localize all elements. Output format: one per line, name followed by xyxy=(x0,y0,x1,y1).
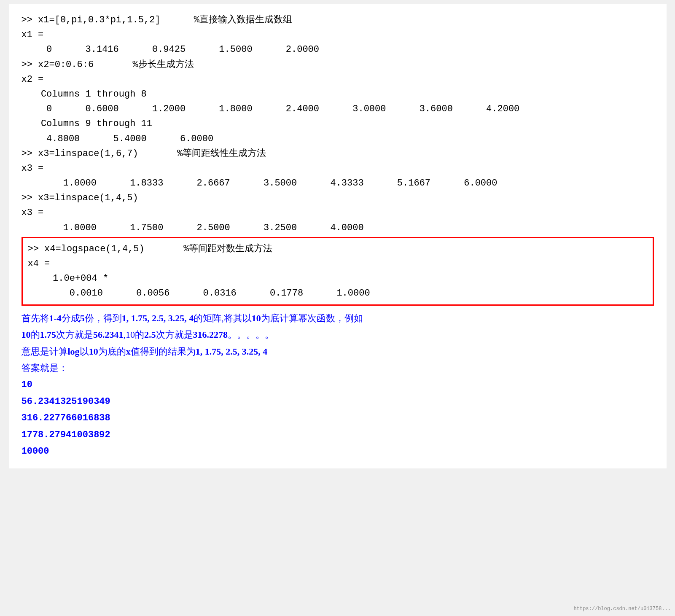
answer-1778: 1778.27941003892 xyxy=(22,427,654,444)
x3-values-2: 1.0000 1.7500 2.5000 3.2500 4.0000 xyxy=(22,221,654,235)
cmd-x4: >> x4=logspace(1,4,5) %等间距对数生成方法 xyxy=(28,242,648,256)
bold-5: 5 xyxy=(80,313,85,323)
cmd-x3-1: >> x3=linspace(1,6,7) %等间距线性生成方法 xyxy=(22,146,654,161)
x2-equals: x2 = xyxy=(22,72,654,87)
bold-result-values: 1, 1.75, 2.5, 3.25, 4 xyxy=(196,346,268,357)
x3-equals-1: x3 = xyxy=(22,161,654,176)
bold-10: 10 xyxy=(252,313,261,323)
x1-values: 0 3.1416 0.9425 1.5000 2.0000 xyxy=(22,42,654,57)
explanation-line4: 答案就是： xyxy=(22,360,654,377)
x4-equals: x4 = xyxy=(28,256,648,271)
answer-10000: 10000 xyxy=(22,443,654,460)
bold-values: 1, 1.75, 2.5, 3.25, 4 xyxy=(122,313,194,323)
explanation-line1: 首先将1-4分成5份，得到1, 1.75, 2.5, 3.25, 4的矩阵,将其… xyxy=(22,310,654,327)
x4-values: 0.0010 0.0056 0.0316 0.1778 1.0000 xyxy=(28,286,648,301)
bold-316: 316.2278 xyxy=(193,329,228,340)
bold-1-4: 1-4 xyxy=(49,313,62,323)
bold-1-75: 1.75 xyxy=(40,329,56,340)
explanation-section: 首先将1-4分成5份，得到1, 1.75, 2.5, 3.25, 4的矩阵,将其… xyxy=(22,310,654,460)
answer-316: 316.227766016838 xyxy=(22,410,654,427)
x3-equals-2: x3 = xyxy=(22,205,654,220)
x2-values-2: 4.8000 5.4000 6.0000 xyxy=(22,132,654,146)
bold-x: x xyxy=(126,346,131,357)
bold-2-5: 2.5 xyxy=(144,329,156,340)
cmd-x1: >> x1=[0,pi,0.3*pi,1.5,2] %直接输入数据生成数组 xyxy=(22,13,654,27)
x4-highlighted-block: >> x4=logspace(1,4,5) %等间距对数生成方法 x4 = 1.… xyxy=(22,237,654,306)
answer-56: 56.2341325190349 xyxy=(22,393,654,410)
x2-cols2-header: Columns 9 through 11 xyxy=(22,116,654,131)
x2-values-1: 0 0.6000 1.2000 1.8000 2.4000 3.0000 3.6… xyxy=(22,102,654,116)
watermark: https://blog.csdn.net/u013758... xyxy=(574,606,671,612)
cmd-x2: >> x2=0:0.6:6 %步长生成方法 xyxy=(22,57,654,72)
answer-10: 10 xyxy=(22,377,654,393)
explanation-line3: 意思是计算log以10为底的x值得到的结果为1, 1.75, 2.5, 3.25… xyxy=(22,343,654,360)
main-container: >> x1=[0,pi,0.3*pi,1.5,2] %直接输入数据生成数组 x1… xyxy=(9,4,667,468)
x1-equals: x1 = xyxy=(22,27,654,42)
explanation-line2: 10的1.75次方就是56.2341,10的2.5次方就是316.2278。。。… xyxy=(22,326,654,343)
bold-log: log xyxy=(68,346,80,357)
x2-cols1-header: Columns 1 through 8 xyxy=(22,87,654,102)
bold-10-3: 10 xyxy=(89,346,98,357)
bold-56: 56.2341 xyxy=(93,329,124,340)
x3-values-1: 1.0000 1.8333 2.6667 3.5000 4.3333 5.166… xyxy=(22,176,654,191)
cmd-x3-2: >> x3=linspace(1,4,5) xyxy=(22,191,654,205)
bold-10-2: 10 xyxy=(22,329,31,340)
terminal-output: >> x1=[0,pi,0.3*pi,1.5,2] %直接输入数据生成数组 x1… xyxy=(22,13,654,306)
x4-sub: 1.0e+004 * xyxy=(28,271,648,286)
